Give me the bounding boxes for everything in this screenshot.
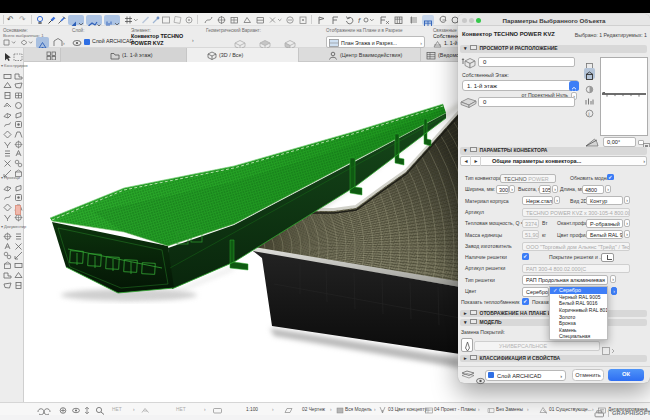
svg-text:i: i (588, 111, 589, 117)
svg-text:f: f (358, 16, 361, 25)
